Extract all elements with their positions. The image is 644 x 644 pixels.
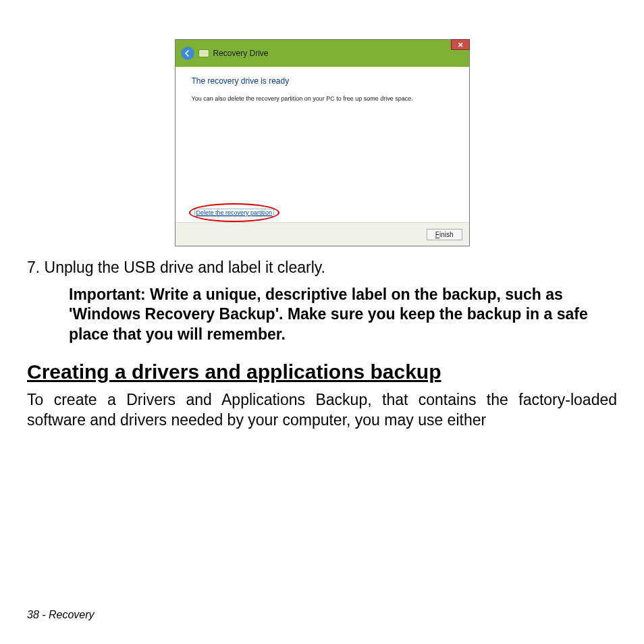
footer-section-name: Recovery — [49, 609, 95, 620]
step-text: Unplug the USB drive and label it clearl… — [45, 259, 325, 276]
recovery-drive-dialog: ✕ Recovery Drive The recovery drive is r… — [175, 39, 470, 246]
back-arrow-icon[interactable] — [181, 47, 194, 60]
dialog-title: Recovery Drive — [213, 49, 269, 58]
dialog-heading: The recovery drive is ready — [192, 76, 453, 86]
delete-link-wrap: Delete the recovery partition — [188, 209, 275, 217]
page-footer: 38 - Recovery — [27, 609, 95, 621]
finish-button[interactable]: Finish — [427, 229, 462, 240]
delete-recovery-partition-link[interactable]: Delete the recovery partition — [194, 209, 275, 217]
step-number: 7. — [27, 259, 40, 276]
dialog-body: The recovery drive is ready You can also… — [176, 67, 469, 222]
important-note: Important: Write a unique, descriptive l… — [69, 285, 617, 344]
page-number: 38 — [27, 609, 39, 620]
dialog-titlebar: Recovery Drive — [176, 40, 469, 67]
dialog-body-text: You can also delete the recovery partiti… — [192, 95, 453, 103]
usb-drive-icon — [198, 49, 209, 57]
close-icon[interactable]: ✕ — [451, 39, 470, 50]
section-body-text: To create a Drivers and Applications Bac… — [27, 390, 617, 430]
section-heading: Creating a drivers and applications back… — [27, 360, 617, 383]
manual-page: ✕ Recovery Drive The recovery drive is r… — [0, 0, 644, 644]
dialog-footer: Finish — [176, 222, 469, 246]
step-7-line: 7. Unplug the USB drive and label it cle… — [27, 259, 617, 277]
